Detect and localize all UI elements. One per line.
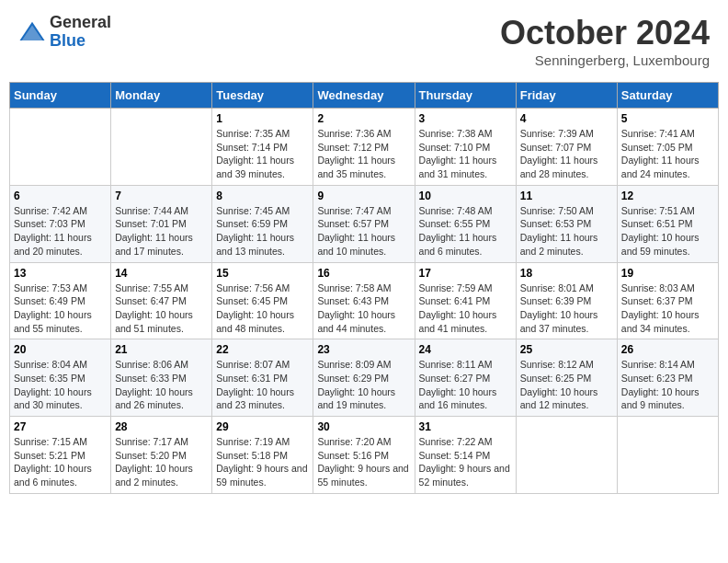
calendar-day-header: Tuesday	[212, 83, 313, 109]
day-info: Sunrise: 7:53 AMSunset: 6:49 PMDaylight:…	[14, 282, 107, 336]
month-title: October 2024	[500, 14, 710, 52]
calendar-cell: 4Sunrise: 7:39 AMSunset: 7:07 PMDaylight…	[516, 109, 617, 186]
day-info: Sunrise: 8:09 AMSunset: 6:29 PMDaylight:…	[317, 358, 410, 412]
calendar-week-row: 6Sunrise: 7:42 AMSunset: 7:03 PMDaylight…	[10, 185, 719, 262]
day-number: 10	[419, 190, 512, 202]
day-info: Sunrise: 7:20 AMSunset: 5:16 PMDaylight:…	[317, 435, 410, 489]
day-info: Sunrise: 8:14 AMSunset: 6:23 PMDaylight:…	[621, 358, 714, 412]
day-number: 3	[419, 112, 512, 125]
calendar-cell	[111, 109, 212, 186]
calendar-cell: 30Sunrise: 7:20 AMSunset: 5:16 PMDayligh…	[313, 417, 415, 494]
day-number: 19	[621, 267, 714, 280]
day-info: Sunrise: 7:19 AMSunset: 5:18 PMDaylight:…	[216, 435, 309, 489]
calendar-cell: 11Sunrise: 7:50 AMSunset: 6:53 PMDayligh…	[516, 185, 617, 262]
day-info: Sunrise: 7:58 AMSunset: 6:43 PMDaylight:…	[317, 282, 410, 336]
day-info: Sunrise: 7:48 AMSunset: 6:55 PMDaylight:…	[419, 204, 512, 259]
day-number: 22	[216, 343, 309, 356]
day-number: 7	[115, 190, 208, 202]
day-info: Sunrise: 7:55 AMSunset: 6:47 PMDaylight:…	[115, 282, 208, 336]
day-info: Sunrise: 8:04 AMSunset: 6:35 PMDaylight:…	[14, 358, 107, 412]
day-info: Sunrise: 7:42 AMSunset: 7:03 PMDaylight:…	[14, 204, 107, 259]
calendar-cell	[617, 417, 718, 494]
day-number: 15	[216, 267, 309, 280]
calendar-day-header: Monday	[111, 83, 212, 109]
day-number: 20	[14, 343, 107, 356]
day-info: Sunrise: 8:03 AMSunset: 6:37 PMDaylight:…	[621, 282, 714, 336]
day-number: 30	[317, 420, 410, 433]
day-number: 27	[14, 420, 107, 433]
day-info: Sunrise: 8:06 AMSunset: 6:33 PMDaylight:…	[115, 358, 208, 412]
day-info: Sunrise: 7:36 AMSunset: 7:12 PMDaylight:…	[317, 127, 410, 181]
calendar-day-header: Thursday	[415, 83, 516, 109]
day-info: Sunrise: 7:17 AMSunset: 5:20 PMDaylight:…	[115, 435, 208, 489]
day-number: 13	[14, 267, 107, 280]
calendar-cell: 21Sunrise: 8:06 AMSunset: 6:33 PMDayligh…	[111, 339, 212, 417]
calendar-cell: 5Sunrise: 7:41 AMSunset: 7:05 PMDaylight…	[617, 109, 718, 186]
day-number: 17	[419, 267, 512, 280]
calendar-cell: 17Sunrise: 7:59 AMSunset: 6:41 PMDayligh…	[415, 262, 516, 339]
calendar-cell: 15Sunrise: 7:56 AMSunset: 6:45 PMDayligh…	[212, 262, 313, 339]
day-number: 24	[419, 343, 512, 356]
calendar-cell: 13Sunrise: 7:53 AMSunset: 6:49 PMDayligh…	[10, 262, 111, 339]
calendar-cell: 28Sunrise: 7:17 AMSunset: 5:20 PMDayligh…	[111, 417, 212, 494]
calendar-week-row: 1Sunrise: 7:35 AMSunset: 7:14 PMDaylight…	[10, 109, 719, 186]
day-number: 26	[621, 343, 714, 356]
calendar-cell: 24Sunrise: 8:11 AMSunset: 6:27 PMDayligh…	[415, 339, 516, 417]
day-info: Sunrise: 7:45 AMSunset: 6:59 PMDaylight:…	[216, 204, 309, 259]
day-info: Sunrise: 7:47 AMSunset: 6:57 PMDaylight:…	[317, 204, 410, 259]
location-subtitle: Senningerberg, Luxembourg	[500, 52, 710, 68]
day-info: Sunrise: 8:12 AMSunset: 6:25 PMDaylight:…	[520, 358, 613, 412]
day-info: Sunrise: 7:50 AMSunset: 6:53 PMDaylight:…	[520, 204, 613, 259]
calendar-day-header: Saturday	[617, 83, 718, 109]
calendar-cell: 12Sunrise: 7:51 AMSunset: 6:51 PMDayligh…	[617, 185, 718, 262]
calendar-cell: 3Sunrise: 7:38 AMSunset: 7:10 PMDaylight…	[415, 109, 516, 186]
calendar-cell: 1Sunrise: 7:35 AMSunset: 7:14 PMDaylight…	[212, 109, 313, 186]
calendar-week-row: 13Sunrise: 7:53 AMSunset: 6:49 PMDayligh…	[10, 262, 719, 339]
calendar-cell: 14Sunrise: 7:55 AMSunset: 6:47 PMDayligh…	[111, 262, 212, 339]
logo-icon	[18, 18, 46, 46]
day-info: Sunrise: 7:56 AMSunset: 6:45 PMDaylight:…	[216, 282, 309, 336]
calendar-cell: 2Sunrise: 7:36 AMSunset: 7:12 PMDaylight…	[313, 109, 415, 186]
calendar-cell: 25Sunrise: 8:12 AMSunset: 6:25 PMDayligh…	[516, 339, 617, 417]
logo-text: General Blue	[50, 14, 111, 51]
day-number: 18	[520, 267, 613, 280]
day-number: 16	[317, 267, 410, 280]
day-info: Sunrise: 8:01 AMSunset: 6:39 PMDaylight:…	[520, 282, 613, 336]
day-info: Sunrise: 7:22 AMSunset: 5:14 PMDaylight:…	[419, 435, 512, 489]
day-info: Sunrise: 8:07 AMSunset: 6:31 PMDaylight:…	[216, 358, 309, 412]
logo-general: General	[50, 14, 111, 32]
calendar-cell: 19Sunrise: 8:03 AMSunset: 6:37 PMDayligh…	[617, 262, 718, 339]
day-number: 14	[115, 267, 208, 280]
day-info: Sunrise: 7:15 AMSunset: 5:21 PMDaylight:…	[14, 435, 107, 489]
day-info: Sunrise: 7:44 AMSunset: 7:01 PMDaylight:…	[115, 204, 208, 259]
calendar-cell: 29Sunrise: 7:19 AMSunset: 5:18 PMDayligh…	[212, 417, 313, 494]
day-number: 9	[317, 190, 410, 202]
calendar-cell: 26Sunrise: 8:14 AMSunset: 6:23 PMDayligh…	[617, 339, 718, 417]
day-number: 29	[216, 420, 309, 433]
day-number: 28	[115, 420, 208, 433]
calendar-cell: 18Sunrise: 8:01 AMSunset: 6:39 PMDayligh…	[516, 262, 617, 339]
day-info: Sunrise: 7:38 AMSunset: 7:10 PMDaylight:…	[419, 127, 512, 181]
calendar-day-header: Wednesday	[313, 83, 415, 109]
day-info: Sunrise: 8:11 AMSunset: 6:27 PMDaylight:…	[419, 358, 512, 412]
calendar-cell: 20Sunrise: 8:04 AMSunset: 6:35 PMDayligh…	[10, 339, 111, 417]
calendar-cell: 23Sunrise: 8:09 AMSunset: 6:29 PMDayligh…	[313, 339, 415, 417]
calendar-table: SundayMondayTuesdayWednesdayThursdayFrid…	[9, 82, 719, 494]
day-number: 12	[621, 190, 714, 202]
calendar-cell: 6Sunrise: 7:42 AMSunset: 7:03 PMDaylight…	[10, 185, 111, 262]
day-number: 8	[216, 190, 309, 202]
day-number: 25	[520, 343, 613, 356]
calendar-cell: 27Sunrise: 7:15 AMSunset: 5:21 PMDayligh…	[10, 417, 111, 494]
calendar-cell: 31Sunrise: 7:22 AMSunset: 5:14 PMDayligh…	[415, 417, 516, 494]
day-number: 11	[520, 190, 613, 202]
calendar-day-header: Friday	[516, 83, 617, 109]
day-number: 31	[419, 420, 512, 433]
day-number: 5	[621, 112, 714, 125]
calendar-cell: 7Sunrise: 7:44 AMSunset: 7:01 PMDaylight…	[111, 185, 212, 262]
day-number: 21	[115, 343, 208, 356]
calendar-cell: 9Sunrise: 7:47 AMSunset: 6:57 PMDaylight…	[313, 185, 415, 262]
calendar-cell: 10Sunrise: 7:48 AMSunset: 6:55 PMDayligh…	[415, 185, 516, 262]
title-block: October 2024 Senningerberg, Luxembourg	[500, 14, 710, 68]
day-number: 23	[317, 343, 410, 356]
day-info: Sunrise: 7:51 AMSunset: 6:51 PMDaylight:…	[621, 204, 714, 259]
